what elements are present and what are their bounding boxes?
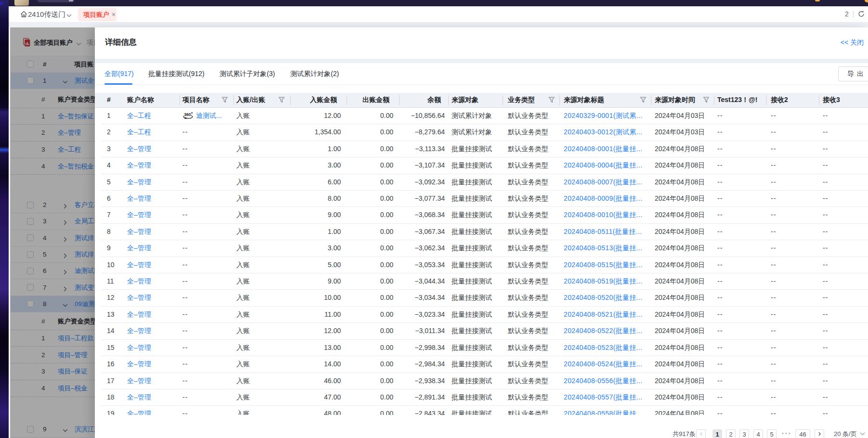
svg-text:360: 360: [184, 112, 191, 117]
